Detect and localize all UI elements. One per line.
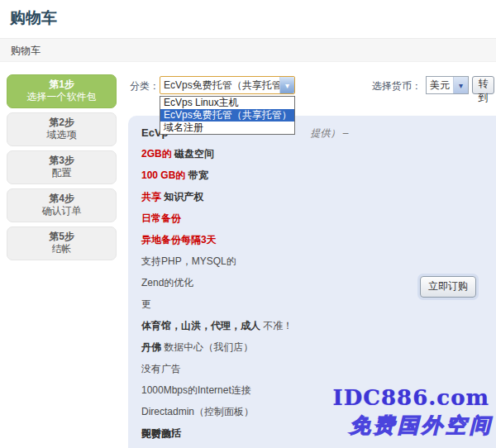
feature-line: 体育馆，山洪，代理，成人 不准！ — [141, 320, 483, 331]
feature-line: 更 — [141, 298, 483, 310]
feature-line: 异地备份每隔3天 — [141, 234, 483, 245]
category-dropdown-list: EcVps Linux主机EcVps免费托管（共享托管）域名注册 — [160, 96, 295, 135]
feature-line: 日常备份 — [141, 212, 483, 224]
feature-text: 支持PHP，MYSQL的 — [141, 255, 236, 267]
order-now-button[interactable]: 立即订购 — [420, 276, 476, 298]
step-label: 确认订单 — [9, 205, 114, 217]
page-title: 购物车 — [0, 0, 496, 39]
feature-line: 100 GB的 带宽 — [141, 169, 483, 181]
feature-text: 1000Mbps的Internet连接 — [141, 384, 251, 396]
category-select[interactable]: EcVps免费托管（共享托管） ▾ — [160, 76, 295, 94]
feature-line: Directadmin（控制面板） — [141, 406, 483, 417]
step-number: 第1步 — [9, 79, 114, 91]
currency-selected-value: 美元 — [427, 79, 453, 93]
chevron-down-icon: ▾ — [279, 77, 294, 93]
step-number: 第4步 — [9, 193, 114, 205]
step-4-button[interactable]: 第4步确认订单 — [7, 188, 117, 222]
feature-text: 知识产权 — [164, 191, 203, 203]
step-label: 配置 — [9, 167, 114, 179]
feature-text: 异地备份每隔3天 — [141, 234, 217, 245]
step-2-button[interactable]: 第2步域选项 — [7, 112, 117, 146]
feature-line: 没有广告 — [141, 363, 483, 374]
feature-text: 数据中心（我们店） — [164, 341, 253, 353]
feature-text: 不准！ — [263, 320, 293, 331]
feature-text: 没有广告 — [141, 363, 181, 374]
free-price-label: 免费的! — [141, 427, 174, 441]
step-label: 域选项 — [9, 129, 114, 141]
feature-line: 2GB的 磁盘空间 — [141, 148, 483, 160]
shopping-cart-page: 购物车 购物车 第1步选择一个软件包第2步域选项第3步配置第4步确认订单第5步结… — [0, 0, 496, 448]
currency-label: 选择货币： — [372, 79, 422, 93]
feature-line: 支持PHP，MYSQL的 — [141, 255, 483, 267]
feature-text: 磁盘空间 — [174, 148, 214, 160]
category-selected-value: EcVps免费托管（共享托管） — [160, 79, 279, 93]
feature-text: 带宽 — [188, 169, 208, 181]
feature-text: Zend的优化 — [141, 277, 193, 288]
category-option-2[interactable]: EcVps免费托管（共享托管） — [160, 109, 294, 122]
currency-select[interactable]: 美元 ▾ — [426, 76, 469, 94]
feature-line: 1000Mbps的Internet连接 — [141, 384, 483, 396]
order-steps-sidebar: 第1步选择一个软件包第2步域选项第3步配置第4步确认订单第5步结帐 — [7, 74, 117, 265]
breadcrumb-link-cart[interactable]: 购物车 — [11, 45, 41, 56]
step-number: 第5步 — [9, 231, 114, 243]
feature-text: 更 — [141, 298, 151, 310]
feature-text: 100 GB的 — [141, 169, 188, 181]
feature-line: 即时激活 — [141, 427, 483, 439]
step-label: 结帐 — [9, 243, 114, 255]
feature-text: 日常备份 — [141, 212, 181, 224]
chevron-down-icon: ▾ — [453, 77, 468, 93]
feature-text: Directadmin（控制面板） — [141, 406, 254, 417]
step-label: 选择一个软件包 — [9, 91, 114, 103]
feature-text: 丹佛 — [141, 341, 164, 353]
feature-line: 丹佛 数据中心（我们店） — [141, 341, 483, 353]
feature-line: 共享 知识产权 — [141, 191, 483, 203]
toolbar: 分类： EcVps免费托管（共享托管） ▾ 选择货币： 美元 ▾ 转到 — [128, 76, 494, 95]
step-number: 第3步 — [9, 155, 114, 167]
category-label: 分类： — [130, 79, 160, 93]
step-1-button[interactable]: 第1步选择一个软件包 — [7, 74, 117, 108]
feature-text: 体育馆，山洪，代理，成人 — [141, 320, 263, 331]
breadcrumb: 购物车 — [0, 39, 496, 62]
step-number: 第2步 — [9, 117, 114, 129]
category-option-1[interactable]: EcVps Linux主机 — [160, 97, 294, 109]
currency-go-button[interactable]: 转到 — [472, 76, 494, 94]
product-title-suffix: 提供） – — [311, 127, 349, 139]
feature-text: 2GB的 — [141, 148, 174, 160]
category-option-3[interactable]: 域名注册 — [160, 122, 294, 134]
step-3-button[interactable]: 第3步配置 — [7, 150, 117, 184]
feature-text: 共享 — [141, 191, 164, 203]
step-5-button[interactable]: 第5步结帐 — [7, 226, 117, 260]
